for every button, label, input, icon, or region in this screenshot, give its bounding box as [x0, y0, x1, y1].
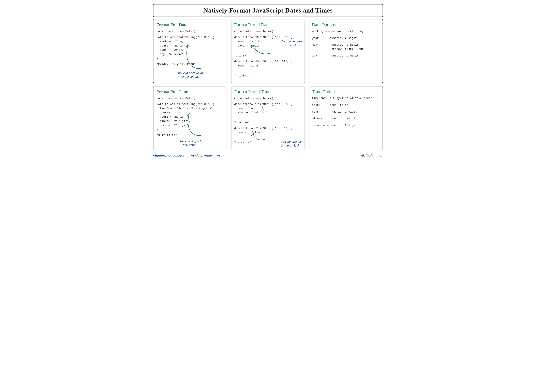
option-key: hour12 [312, 103, 322, 107]
annotation: You can use the 24-hour clock [281, 140, 301, 147]
option-key: month [312, 43, 320, 51]
code-decl: const date = new Date() [156, 96, 224, 101]
code-block: date.toLocaleDateString("fr-FR", { month… [234, 59, 302, 72]
code-output: "Jul 17" [234, 54, 302, 58]
option-key: second [312, 123, 322, 128]
option-key: year [312, 36, 319, 40]
option-key: day [312, 54, 317, 58]
option-dashes: — — [323, 103, 328, 107]
annotation: You can support time zones! [156, 139, 224, 147]
annotation: Or you can just provide a few [282, 39, 302, 47]
code-block: date.toLocaleDateString("en-US", { weekd… [156, 35, 224, 61]
option-values: bit.ly/list-of-time-zones [329, 96, 380, 100]
code-output: "juillet" [234, 74, 302, 78]
option-values: numeric, 2-digit [331, 54, 380, 58]
card-format-partial-time: Format Partial Time const date = new Dat… [231, 86, 305, 150]
card-format-full-date: Format Full Date const date = new Date()… [153, 19, 227, 83]
card-title: Format Full Time [156, 89, 224, 94]
option-row: minute — — numeric, 2-digit [312, 117, 380, 121]
option-dashes: — — — [322, 43, 330, 51]
card-title: Format Partial Time [234, 89, 302, 94]
code-decl: const date = new Date() [234, 96, 302, 101]
option-values: true, false [329, 103, 380, 107]
annotation: You can provide all of the options [156, 71, 224, 79]
option-key: hour [312, 110, 319, 114]
card-title: Date Options [312, 22, 380, 27]
card-title: Format Partial Date [234, 22, 302, 27]
option-dashes: — — — — [318, 54, 330, 58]
card-title: Format Full Date [156, 22, 224, 27]
code-block: date.toLocaleTimeString("en-US", { hour:… [234, 102, 302, 119]
option-values: numeric, 2-digit, narrow, short, long [331, 43, 380, 51]
sheet: Natively Format JavaScript Dates and Tim… [153, 4, 383, 158]
code-decl: const date = new Date() [234, 29, 302, 34]
option-row: year — — — numeric, 2-digit [312, 36, 380, 40]
option-row: day — — — — numeric, 2-digit [312, 54, 380, 58]
code-output: "3:42 PM" [234, 121, 302, 125]
option-row: second — — numeric, 2-digit [312, 123, 380, 128]
option-values: numeric, 2-digit [329, 110, 380, 114]
code-output: "15:42:16" [234, 140, 251, 145]
option-dashes: — — — [320, 110, 328, 114]
option-row: hour — — — numeric, 2-digit [312, 110, 380, 114]
option-values: narrow, short, long [331, 29, 380, 33]
code-block: date.toLocaleTimeString("en-US", { hour1… [234, 126, 302, 139]
option-values: numeric, 2-digit [329, 123, 380, 128]
code-decl: const date = new Date() [156, 29, 224, 34]
card-grid: Format Full Date const date = new Date()… [153, 19, 383, 150]
page-title: Natively Format JavaScript Dates and Tim… [153, 4, 383, 17]
code-block: date.toLocaleTimeString("en-US", { timeZ… [156, 102, 224, 132]
option-row: weekday — — narrow, short, long [312, 29, 380, 33]
option-dashes: — — [323, 117, 328, 121]
card-date-options: Date Options weekday — — narrow, short, … [309, 19, 383, 83]
option-key: minute [312, 117, 322, 121]
option-row: month — — — numeric, 2-digit, narrow, sh… [312, 43, 380, 51]
footer-link: elijahmanor.com/format-js-dates-and-time… [153, 153, 221, 158]
card-format-full-time: Format Full Time const date = new Date()… [153, 86, 227, 150]
card-title: Time Options [312, 89, 380, 94]
option-values: numeric, 2-digit [329, 117, 380, 121]
option-dashes: — — [323, 123, 328, 128]
code-output: "3:42:16 PM" [156, 133, 224, 138]
option-key: timeZone [312, 96, 326, 100]
option-row: timeZone — bit.ly/list-of-time-zones [312, 96, 380, 100]
option-dashes: — [327, 96, 328, 100]
option-dashes: — — [325, 29, 330, 33]
options-list: timeZone — bit.ly/list-of-time-zones hou… [312, 96, 380, 128]
card-format-partial-date: Format Partial Date const date = new Dat… [231, 19, 305, 83]
option-dashes: — — — [320, 36, 328, 40]
footer-handle: @elijahmanor [360, 153, 383, 158]
option-values: numeric, 2-digit [329, 36, 380, 40]
footer: elijahmanor.com/format-js-dates-and-time… [153, 153, 383, 158]
options-list: weekday — — narrow, short, long year — —… [312, 29, 380, 58]
code-output: "Friday, July 17, 2020" [156, 62, 224, 66]
card-time-options: Time Options timeZone — bit.ly/list-of-t… [309, 86, 383, 150]
option-row: hour12 — — true, false [312, 103, 380, 107]
option-key: weekday [312, 29, 324, 33]
